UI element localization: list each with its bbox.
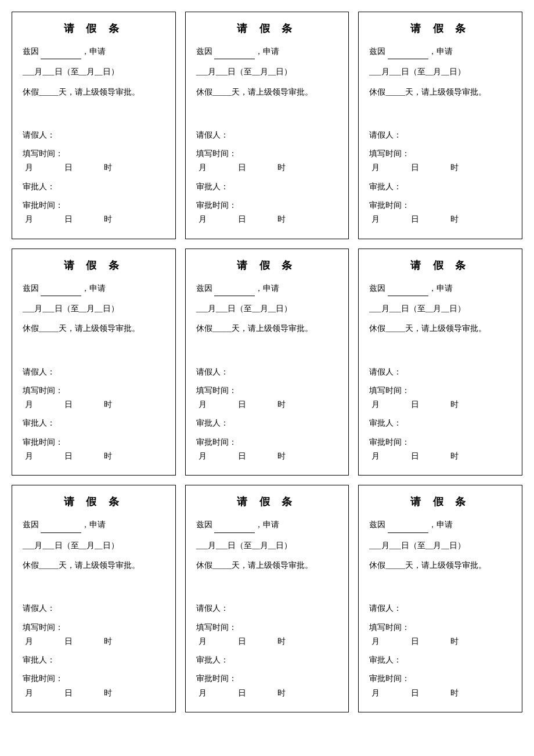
reason-blank [41, 45, 81, 59]
card-title: 请 假 条 [196, 495, 338, 509]
fill-time-line: 填写时间： 月 日 时 [23, 147, 165, 175]
card-body: 兹因 ，申请 ___月___日（至__月__日） 休假_____天，请上级领导审… [196, 45, 338, 232]
fill-time-values: 月 日 时 [199, 398, 297, 412]
approve-time-line: 审批时间： 月 日 时 [369, 672, 511, 700]
requester-label: 请假人： [196, 368, 229, 376]
card-title: 请 假 条 [369, 258, 511, 272]
requester-line: 请假人： [196, 365, 338, 379]
approve-time-line: 审批时间： 月 日 时 [23, 435, 165, 464]
card-body: 兹因 ，申请 ___月___日（至__月__日） 休假_____天，请上级领导审… [196, 518, 338, 705]
fill-time-line: 填写时间： 月 日 时 [196, 384, 338, 412]
approve-time-line: 审批时间： 月 日 时 [369, 199, 511, 227]
approve-time-values: 月 日 时 [199, 449, 297, 463]
requester-line: 请假人： [23, 365, 165, 379]
approver-line: 审批人： [23, 180, 165, 194]
card-body: 兹因 ，申请 ___月___日（至__月__日） 休假_____天，请上级领导审… [23, 45, 165, 232]
date-line: ___月___日（至__月__日） [23, 65, 165, 79]
info-section: 请假人： 填写时间： 月 日 时 审批人： 审批时间： 月 日 时 [196, 128, 338, 227]
leave-slip-card: 请 假 条 兹因 ，申请 ___月___日（至__月__日） 休假_____天，… [358, 12, 522, 239]
approve-time-values: 月 日 时 [25, 449, 124, 463]
fill-time-label: 填写时间： [196, 623, 237, 632]
fill-time-values: 月 日 时 [25, 635, 124, 649]
approve-time-values: 月 日 时 [199, 686, 297, 700]
reason-blank [214, 45, 255, 59]
leave-slip-card: 请 假 条 兹因 ，申请 ___月___日（至__月__日） 休假_____天，… [358, 249, 522, 476]
approve-time-label: 审批时间： [23, 674, 63, 683]
card-body: 兹因 ，申请 ___月___日（至__月__日） 休假_____天，请上级领导审… [196, 282, 338, 469]
approver-label: 审批人： [196, 419, 229, 427]
approve-time-values: 月 日 时 [25, 213, 124, 226]
info-section: 请假人： 填写时间： 月 日 时 审批人： 审批时间： 月 日 时 [23, 128, 165, 227]
reason-line: 兹因 ，申请 [196, 282, 338, 296]
approver-label: 审批人： [23, 419, 55, 427]
fill-time-values: 月 日 时 [371, 635, 470, 649]
requester-label: 请假人： [369, 368, 402, 376]
reason-line: 兹因 ，申请 [196, 45, 338, 59]
card-title: 请 假 条 [23, 495, 165, 509]
approver-line: 审批人： [196, 653, 338, 667]
approve-time-line: 审批时间： 月 日 时 [196, 672, 338, 700]
days-line: 休假_____天，请上级领导审批。 [196, 322, 338, 336]
fill-time-label: 填写时间： [23, 623, 63, 632]
approve-time-line: 审批时间： 月 日 时 [196, 199, 338, 227]
info-section: 请假人： 填写时间： 月 日 时 审批人： 审批时间： 月 日 时 [369, 128, 511, 227]
fill-time-values: 月 日 时 [25, 398, 124, 412]
date-line: ___月___日（至__月__日） [369, 302, 511, 316]
days-line: 休假_____天，请上级领导审批。 [369, 85, 511, 99]
fill-time-line: 填写时间： 月 日 时 [369, 621, 511, 649]
approver-label: 审批人： [369, 656, 402, 664]
fill-time-label: 填写时间： [196, 386, 237, 395]
requester-line: 请假人： [369, 128, 511, 142]
card-body: 兹因 ，申请 ___月___日（至__月__日） 休假_____天，请上级领导审… [369, 282, 511, 469]
card-title: 请 假 条 [196, 258, 338, 272]
date-line: ___月___日（至__月__日） [23, 539, 165, 553]
card-title: 请 假 条 [369, 21, 511, 35]
approver-label: 审批人： [369, 419, 402, 427]
days-line: 休假_____天，请上级领导审批。 [23, 85, 165, 99]
requester-label: 请假人： [369, 604, 402, 613]
requester-line: 请假人： [196, 602, 338, 615]
fill-time-line: 填写时间： 月 日 时 [23, 621, 165, 649]
requester-line: 请假人： [23, 602, 165, 615]
days-line: 休假_____天，请上级领导审批。 [196, 559, 338, 573]
card-body: 兹因 ，申请 ___月___日（至__月__日） 休假_____天，请上级领导审… [369, 518, 511, 705]
requester-label: 请假人： [196, 131, 229, 139]
fill-time-line: 填写时间： 月 日 时 [369, 147, 511, 175]
approve-time-line: 审批时间： 月 日 时 [23, 672, 165, 700]
fill-time-label: 填写时间： [369, 149, 410, 158]
approver-line: 审批人： [369, 416, 511, 430]
leave-slip-card: 请 假 条 兹因 ，申请 ___月___日（至__月__日） 休假_____天，… [358, 485, 522, 712]
card-body: 兹因 ，申请 ___月___日（至__月__日） 休假_____天，请上级领导审… [23, 518, 165, 705]
requester-label: 请假人： [369, 131, 402, 139]
approve-time-label: 审批时间： [369, 438, 410, 447]
days-line: 休假_____天，请上级领导审批。 [369, 559, 511, 573]
reason-line: 兹因 ，申请 [369, 518, 511, 532]
approver-line: 审批人： [369, 180, 511, 194]
requester-line: 请假人： [369, 365, 511, 379]
info-section: 请假人： 填写时间： 月 日 时 审批人： 审批时间： 月 日 时 [196, 602, 338, 700]
requester-label: 请假人： [23, 368, 55, 376]
approve-time-line: 审批时间： 月 日 时 [196, 435, 338, 464]
info-section: 请假人： 填写时间： 月 日 时 审批人： 审批时间： 月 日 时 [369, 365, 511, 464]
reason-blank [388, 518, 428, 532]
reason-blank [388, 282, 428, 296]
date-line: ___月___日（至__月__日） [369, 65, 511, 79]
fill-time-line: 填写时间： 月 日 时 [196, 621, 338, 649]
approve-time-label: 审批时间： [369, 674, 410, 683]
approver-line: 审批人： [23, 416, 165, 430]
fill-time-label: 填写时间： [369, 386, 410, 395]
reason-blank [388, 45, 428, 59]
fill-time-values: 月 日 时 [371, 161, 470, 175]
requester-label: 请假人： [23, 131, 55, 139]
reason-blank [214, 282, 255, 296]
approve-time-label: 审批时间： [23, 438, 63, 447]
card-title: 请 假 条 [23, 21, 165, 35]
card-body: 兹因 ，申请 ___月___日（至__月__日） 休假_____天，请上级领导审… [369, 45, 511, 232]
date-line: ___月___日（至__月__日） [196, 539, 338, 553]
date-line: ___月___日（至__月__日） [196, 302, 338, 316]
reason-blank [41, 518, 81, 532]
approve-time-values: 月 日 时 [371, 449, 470, 463]
approver-label: 审批人： [196, 182, 229, 191]
approve-time-label: 审批时间： [369, 201, 410, 210]
reason-line: 兹因 ，申请 [369, 282, 511, 296]
